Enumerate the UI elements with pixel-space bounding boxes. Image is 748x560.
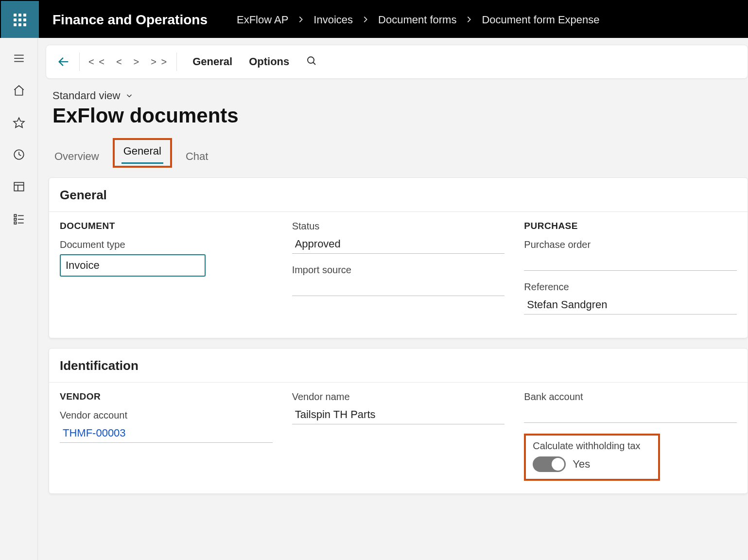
actionbar-tabs: General Options bbox=[192, 55, 289, 68]
search-button[interactable] bbox=[306, 55, 317, 69]
svg-rect-10 bbox=[14, 218, 16, 220]
tab-chat[interactable]: Chat bbox=[184, 147, 210, 168]
group-purchase: PURCHASE Purchase order Reference Stefan… bbox=[524, 221, 737, 325]
group-bank: Bank account Calculate withholding tax Y… bbox=[524, 391, 737, 481]
search-icon bbox=[306, 55, 317, 67]
waffle-icon bbox=[14, 14, 26, 26]
view-selector[interactable]: Standard view bbox=[52, 89, 748, 102]
page-tabs: Overview General Chat bbox=[52, 138, 748, 168]
highlight-tab-general: General bbox=[113, 138, 172, 168]
breadcrumb-item[interactable]: ExFlow AP bbox=[237, 14, 288, 26]
main-content: < < < > > > General Options Standard vie… bbox=[38, 38, 748, 560]
svg-rect-12 bbox=[14, 222, 16, 224]
status-field[interactable]: Approved bbox=[292, 236, 505, 254]
field-label: Import source bbox=[292, 264, 505, 276]
back-button[interactable] bbox=[55, 53, 72, 70]
tab-overview[interactable]: Overview bbox=[52, 147, 101, 168]
group-status: Status Approved Import source bbox=[292, 221, 505, 325]
star-icon[interactable] bbox=[12, 116, 26, 129]
record-pager: < < < > > > bbox=[87, 56, 170, 68]
group-document: DOCUMENT Document type Invoice bbox=[60, 221, 273, 325]
field-label: Vendor account bbox=[60, 410, 273, 421]
card-title: Identification bbox=[60, 358, 737, 373]
vendor-name-field[interactable]: Tailspin TH Parts bbox=[292, 406, 505, 424]
svg-rect-5 bbox=[14, 182, 24, 191]
left-nav-rail bbox=[0, 38, 38, 560]
divider bbox=[176, 52, 177, 71]
field-label: Calculate withholding tax bbox=[533, 440, 651, 452]
field-label: Purchase order bbox=[524, 239, 737, 250]
brand-title: Finance and Operations bbox=[52, 12, 208, 28]
document-type-field[interactable]: Invoice bbox=[60, 254, 206, 277]
field-label: Bank account bbox=[524, 391, 737, 402]
card-title: General bbox=[60, 188, 737, 203]
svg-line-16 bbox=[313, 62, 315, 65]
group-vendor: VENDOR Vendor account THMF-00003 bbox=[60, 391, 273, 481]
breadcrumb-item[interactable]: Document forms bbox=[378, 14, 456, 26]
field-label: Vendor name bbox=[292, 391, 505, 402]
workspace-icon[interactable] bbox=[12, 180, 26, 193]
purchase-order-field[interactable] bbox=[524, 254, 737, 271]
breadcrumb-item[interactable]: Document form Expense bbox=[482, 14, 599, 26]
divider bbox=[79, 52, 80, 71]
pager-last-button[interactable]: > > bbox=[149, 56, 170, 68]
home-icon[interactable] bbox=[12, 84, 26, 97]
field-label: Status bbox=[292, 221, 505, 232]
chevron-right-icon bbox=[465, 14, 473, 26]
hamburger-icon[interactable] bbox=[12, 52, 26, 65]
view-label: Standard view bbox=[52, 89, 120, 102]
highlight-withholding: Calculate withholding tax Yes bbox=[524, 434, 660, 481]
card-general: General DOCUMENT Document type Invoice S… bbox=[49, 177, 748, 338]
withholding-toggle-text: Yes bbox=[573, 458, 590, 471]
field-label: Reference bbox=[524, 281, 737, 293]
pager-first-button[interactable]: < < bbox=[87, 56, 107, 68]
actionbar-tab-options[interactable]: Options bbox=[249, 55, 289, 68]
reference-field[interactable]: Stefan Sandgren bbox=[524, 297, 737, 315]
group-vendor-name: Vendor name Tailspin TH Parts bbox=[292, 391, 505, 481]
app-launcher-button[interactable] bbox=[1, 1, 39, 39]
import-source-field[interactable] bbox=[292, 280, 505, 296]
svg-rect-8 bbox=[14, 214, 16, 216]
chevron-right-icon bbox=[297, 14, 305, 26]
group-heading: DOCUMENT bbox=[60, 221, 273, 231]
pager-next-button[interactable]: > bbox=[132, 56, 142, 68]
page-title: ExFlow documents bbox=[52, 104, 748, 127]
group-heading: PURCHASE bbox=[524, 221, 737, 231]
withholding-toggle[interactable] bbox=[533, 456, 566, 472]
tab-general[interactable]: General bbox=[122, 142, 163, 164]
field-label: Document type bbox=[60, 239, 273, 250]
modules-icon[interactable] bbox=[12, 212, 26, 226]
divider bbox=[49, 211, 748, 212]
chevron-down-icon bbox=[125, 91, 134, 100]
breadcrumb-item[interactable]: Invoices bbox=[313, 14, 353, 26]
svg-marker-3 bbox=[14, 118, 24, 127]
bank-account-field[interactable] bbox=[524, 406, 737, 423]
breadcrumb: ExFlow AP Invoices Document forms Docume… bbox=[237, 14, 600, 26]
top-bar: Finance and Operations ExFlow AP Invoice… bbox=[1, 1, 747, 39]
pager-prev-button[interactable]: < bbox=[114, 56, 125, 68]
divider bbox=[49, 382, 748, 383]
vendor-account-link[interactable]: THMF-00003 bbox=[60, 425, 273, 443]
actionbar-tab-general[interactable]: General bbox=[192, 55, 232, 68]
card-identification: Identification VENDOR Vendor account THM… bbox=[49, 348, 748, 494]
action-bar: < < < > > > General Options bbox=[46, 45, 748, 79]
clock-icon[interactable] bbox=[12, 148, 26, 161]
group-heading: VENDOR bbox=[60, 391, 273, 402]
chevron-right-icon bbox=[362, 14, 369, 26]
